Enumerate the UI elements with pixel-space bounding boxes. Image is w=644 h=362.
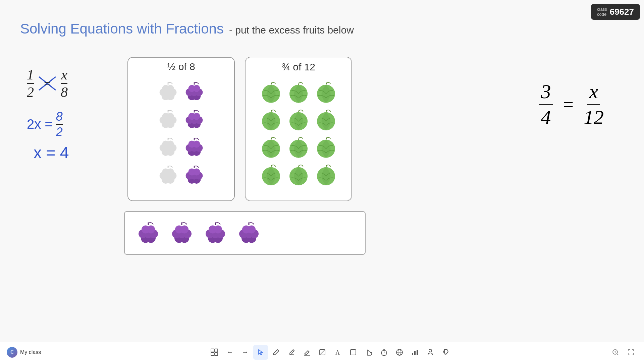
svg-point-97	[147, 225, 155, 233]
right-fraction-3-4: 3 4	[539, 80, 553, 128]
box1-label: ½ of 8	[167, 61, 195, 72]
svg-line-130	[320, 350, 325, 355]
box2-label: ¾ of 12	[282, 61, 315, 73]
melon-5	[286, 109, 311, 133]
tool-grid[interactable]	[207, 345, 222, 360]
svg-point-144	[429, 349, 432, 352]
frac2-numerator: x	[61, 67, 67, 84]
tool-eraser[interactable]	[300, 345, 314, 360]
right-frac-numerator: 3	[539, 80, 553, 105]
title-area: Solving Equations with Fractions - put t…	[20, 21, 354, 37]
tool-hand[interactable]	[361, 345, 376, 360]
svg-point-41	[167, 140, 174, 147]
melon-4	[259, 109, 283, 133]
right-math-area: 3 4 = x 12	[539, 80, 604, 128]
toolbar-tools: ← → A	[52, 345, 608, 360]
tool-trophy[interactable]	[438, 345, 453, 360]
excess-grape-3	[202, 219, 229, 247]
class-code: 69627	[610, 7, 634, 17]
frac1-denominator: 2	[27, 84, 34, 100]
grape-purple-2	[182, 107, 206, 132]
fraction-x-8: x 8	[61, 67, 68, 100]
tool-chart[interactable]	[408, 345, 422, 360]
svg-point-105	[180, 225, 189, 233]
step2-left: 2x =	[27, 117, 53, 132]
melon-2	[286, 81, 311, 105]
svg-rect-123	[211, 349, 214, 352]
svg-line-76	[299, 110, 299, 112]
grape-purple-3	[182, 135, 206, 160]
tool-shape[interactable]	[346, 345, 361, 360]
frac2-denominator: 8	[61, 84, 68, 100]
svg-line-70	[299, 83, 299, 85]
step2-line: 2x = 8 2	[27, 110, 69, 138]
right-frac-denominator: 4	[541, 105, 551, 128]
tool-forward[interactable]: →	[238, 345, 253, 360]
melon-1	[259, 81, 283, 105]
svg-line-72	[326, 83, 327, 85]
app-logo: C	[7, 347, 17, 358]
melon-6	[314, 109, 338, 133]
toolbar: C My class ← → A	[0, 342, 644, 362]
cross-equals-icon: =	[37, 75, 57, 92]
svg-rect-132	[351, 350, 356, 355]
tool-text[interactable]: A	[330, 345, 345, 360]
zoom-in-btn[interactable]	[609, 346, 622, 359]
fullscreen-btn[interactable]	[625, 346, 637, 359]
box2-fruit-grid	[254, 76, 343, 193]
grape-grey-2	[156, 107, 180, 132]
svg-rect-143	[417, 350, 418, 355]
class-name-label: My class	[20, 349, 41, 355]
grape-purple-1	[182, 79, 206, 104]
svg-rect-125	[211, 353, 214, 356]
box1-half-of-8: ½ of 8	[127, 57, 235, 201]
tool-person[interactable]	[423, 345, 438, 360]
svg-point-49	[193, 140, 200, 147]
svg-line-88	[299, 165, 299, 167]
tool-shape-eraser[interactable]	[315, 345, 330, 360]
melon-8	[286, 136, 311, 160]
grape-grey-3	[156, 135, 180, 160]
center-area: ½ of 8	[127, 57, 352, 201]
svg-line-84	[326, 138, 327, 140]
step2-den: 2	[56, 125, 63, 139]
svg-text:A: A	[335, 349, 340, 356]
step3-line: x = 4	[34, 143, 69, 162]
svg-line-74	[271, 110, 272, 112]
svg-point-113	[214, 225, 222, 233]
svg-point-121	[248, 225, 256, 233]
grape-grey-4	[156, 163, 180, 188]
tool-timer[interactable]	[377, 345, 391, 360]
box2-three-quarters-of-12: ¾ of 12	[245, 57, 352, 201]
svg-text:=: =	[43, 77, 51, 90]
equation1: 1 2 = x 8	[27, 67, 69, 100]
svg-line-68	[271, 83, 272, 85]
step2-num: 8	[56, 110, 63, 125]
svg-point-33	[193, 113, 200, 120]
right-fraction-x-12: x 12	[584, 80, 604, 128]
melon-9	[314, 136, 338, 160]
subtitle: - put the excess fruits below	[229, 24, 354, 36]
melon-10	[259, 164, 283, 188]
right-equals: =	[563, 94, 574, 115]
tool-globe[interactable]	[392, 345, 407, 360]
svg-line-78	[326, 110, 327, 112]
melon-11	[286, 164, 311, 188]
svg-line-82	[299, 138, 299, 140]
svg-line-90	[326, 165, 327, 167]
excess-box	[124, 211, 366, 255]
svg-rect-141	[412, 353, 413, 355]
tool-pointer[interactable]	[253, 345, 268, 360]
svg-rect-142	[414, 351, 416, 355]
toolbar-left: C My class	[7, 347, 41, 358]
fraction-1-2: 1 2	[27, 67, 34, 100]
frac1-numerator: 1	[27, 67, 34, 84]
svg-rect-126	[215, 353, 218, 356]
svg-point-57	[167, 168, 174, 175]
class-code-badge: classcode 69627	[591, 4, 640, 20]
box1-fruit-grid	[153, 76, 209, 191]
grape-grey-1	[156, 79, 180, 104]
tool-highlighter[interactable]	[284, 345, 299, 360]
tool-back[interactable]: ←	[222, 345, 237, 360]
tool-pen[interactable]	[269, 345, 283, 360]
